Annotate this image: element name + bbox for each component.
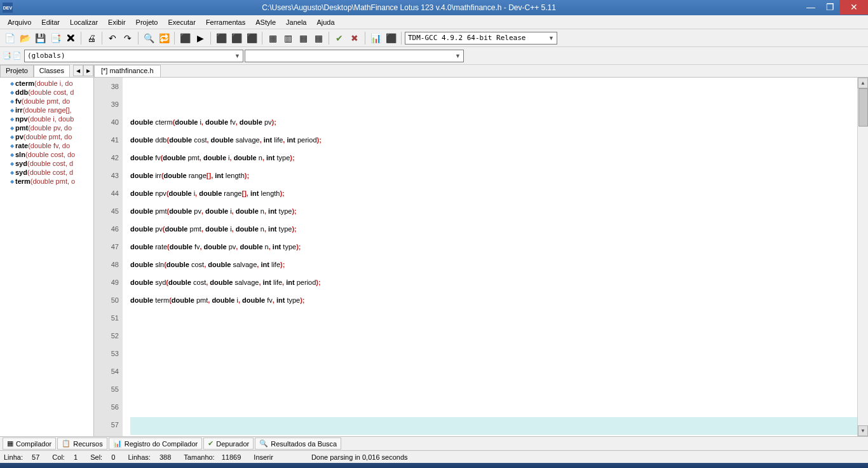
- layout3-button[interactable]: ▦: [296, 31, 310, 45]
- separator: [262, 32, 262, 45]
- nav-prev-button[interactable]: ◀: [73, 65, 83, 76]
- minimize-button[interactable]: —: [801, 1, 820, 13]
- function-icon: ◆: [10, 152, 14, 158]
- menu-janela[interactable]: Janela: [281, 17, 311, 28]
- menu-astyle[interactable]: AStyle: [250, 17, 281, 28]
- goto-button[interactable]: ⬛: [384, 31, 398, 45]
- menu-ajuda[interactable]: Ajuda: [311, 17, 339, 28]
- tree-item-cterm[interactable]: ◆ cterm (double i, do: [0, 79, 93, 88]
- debug-button[interactable]: ⬛: [245, 31, 259, 45]
- scope-combo[interactable]: (globals) ▼: [24, 50, 243, 62]
- tree-item-rate[interactable]: ◆ rate (double fv, do: [0, 141, 93, 150]
- function-icon: ◆: [10, 170, 14, 176]
- separator: [365, 32, 365, 45]
- function-icon: ◆: [10, 90, 14, 95]
- tree-item-sln[interactable]: ◆ sln (double cost, do: [0, 150, 93, 159]
- nav-next-button[interactable]: ▶: [83, 65, 93, 76]
- tab-compilador[interactable]: ▦Compilador: [3, 437, 56, 450]
- goto-header-button[interactable]: 📑: [3, 52, 11, 60]
- close-file-button[interactable]: 🗙: [64, 31, 78, 45]
- member-combo[interactable]: ▼: [245, 50, 464, 62]
- save-button[interactable]: 💾: [33, 31, 47, 45]
- separator: [401, 32, 402, 45]
- tree-item-npv[interactable]: ◆ npv (double i, doub: [0, 114, 93, 123]
- line-number-gutter: 3839404142434445464748495051525354555657: [94, 78, 123, 436]
- menubar: Arquivo Editar Localizar Exibir Projeto …: [0, 15, 868, 29]
- new-file-button[interactable]: 📄: [3, 31, 17, 45]
- find-button[interactable]: 🔍: [142, 31, 156, 45]
- cancel-button[interactable]: ✖: [348, 31, 362, 45]
- tab-depurador[interactable]: ✔Depurador: [203, 437, 254, 450]
- separator: [329, 32, 329, 45]
- function-icon: ◆: [10, 107, 14, 113]
- profile-button[interactable]: 📊: [369, 31, 383, 45]
- editor-area: [*] mathfinance.h 3839404142434445464748…: [94, 65, 868, 436]
- menu-executar[interactable]: Executar: [163, 17, 200, 28]
- open-file-button[interactable]: 📂: [18, 31, 32, 45]
- editor-tab-mathfinance[interactable]: [*] mathfinance.h: [94, 65, 161, 77]
- scroll-down-button[interactable]: ▼: [858, 425, 868, 436]
- tree-item-pv[interactable]: ◆ pv (double pmt, do: [0, 132, 93, 141]
- titlebar: DEV C:\Users\Augusto\Desktop\MathFinance…: [0, 0, 868, 15]
- menu-localizar[interactable]: Localizar: [65, 17, 103, 28]
- chevron-down-icon: ▼: [455, 53, 461, 59]
- compile-run-button[interactable]: ⬛: [214, 31, 228, 45]
- window-title: C:\Users\Augusto\Desktop\MathFinance Lot…: [17, 3, 801, 12]
- editor-tabs: [*] mathfinance.h: [94, 65, 868, 78]
- tree-item-term[interactable]: ◆ term (double pmt, o: [0, 177, 93, 186]
- code-area[interactable]: 3839404142434445464748495051525354555657…: [94, 78, 868, 436]
- replace-button[interactable]: 🔁: [157, 31, 171, 45]
- left-panel-tabs: Projeto Classes ◀ ▶: [0, 65, 93, 78]
- layout4-button[interactable]: ▦: [311, 31, 325, 45]
- separator: [138, 32, 139, 45]
- scroll-up-button[interactable]: ▲: [858, 78, 868, 88]
- chevron-down-icon: ▼: [234, 53, 240, 59]
- save-all-button[interactable]: 📑: [48, 31, 62, 45]
- class-tree[interactable]: ◆ cterm (double i, do◆ ddb (double cost,…: [0, 78, 93, 436]
- menu-projeto[interactable]: Projeto: [131, 17, 163, 28]
- rebuild-button[interactable]: ⬛: [229, 31, 243, 45]
- goto-source-button[interactable]: 📄: [13, 52, 22, 60]
- undo-button[interactable]: ↶: [105, 31, 119, 45]
- app-icon: DEV: [3, 3, 13, 13]
- tree-item-irr[interactable]: ◆ irr (double range[],: [0, 106, 93, 114]
- code-content[interactable]: double cterm(double i, double fv, double…: [123, 78, 857, 436]
- function-icon: ◆: [10, 116, 14, 122]
- layout2-button[interactable]: ▥: [281, 31, 295, 45]
- tab-classes[interactable]: Classes: [34, 65, 70, 77]
- status-parse: Done parsing in 0,016 seconds: [311, 453, 408, 461]
- vertical-scrollbar[interactable]: ▲ ▼: [857, 78, 868, 436]
- status-lines: Linhas: 388: [128, 453, 171, 461]
- tree-item-pmt[interactable]: ◆ pmt (double pv, do: [0, 123, 93, 132]
- tab-registro[interactable]: 📊Registro do Compilador: [109, 437, 203, 450]
- maximize-button[interactable]: ❐: [820, 1, 839, 13]
- scope-combo-value: (globals): [27, 52, 65, 60]
- tab-recursos[interactable]: 📋Recursos: [57, 437, 107, 450]
- compiler-combo[interactable]: TDM-GCC 4.9.2 64-bit Release ▼: [405, 32, 557, 45]
- menu-arquivo[interactable]: Arquivo: [3, 17, 36, 28]
- compiler-combo-value: TDM-GCC 4.9.2 64-bit Release: [408, 34, 526, 42]
- menu-exibir[interactable]: Exibir: [103, 17, 131, 28]
- left-panel: Projeto Classes ◀ ▶ ◆ cterm (double i, d…: [0, 65, 94, 436]
- tree-item-syd[interactable]: ◆ syd (double cost, d: [0, 159, 93, 168]
- tab-projeto[interactable]: Projeto: [0, 65, 34, 77]
- print-button[interactable]: 🖨: [85, 31, 98, 45]
- tab-resultados[interactable]: 🔍Resultados da Busca: [255, 437, 341, 450]
- function-icon: ◆: [10, 134, 14, 140]
- close-button[interactable]: ✕: [839, 0, 868, 15]
- compile-button[interactable]: ⬛: [178, 31, 192, 45]
- menu-ferramentas[interactable]: Ferramentas: [201, 17, 250, 28]
- status-sel: Sel: 0: [90, 453, 115, 461]
- chevron-down-icon: ▼: [548, 35, 554, 41]
- scroll-thumb[interactable]: [858, 88, 868, 127]
- tree-item-fv[interactable]: ◆ fv (double pmt, do: [0, 97, 93, 106]
- tree-item-ddb[interactable]: ◆ ddb (double cost, d: [0, 88, 93, 97]
- redo-button[interactable]: ↷: [121, 31, 135, 45]
- main-area: Projeto Classes ◀ ▶ ◆ cterm (double i, d…: [0, 65, 868, 436]
- layout1-button[interactable]: ▦: [266, 31, 280, 45]
- separator: [174, 32, 175, 45]
- tree-item-syd[interactable]: ◆ syd (double cost, d: [0, 168, 93, 177]
- check-button[interactable]: ✔: [332, 31, 346, 45]
- run-button[interactable]: ▶: [193, 31, 207, 45]
- menu-editar[interactable]: Editar: [36, 17, 65, 28]
